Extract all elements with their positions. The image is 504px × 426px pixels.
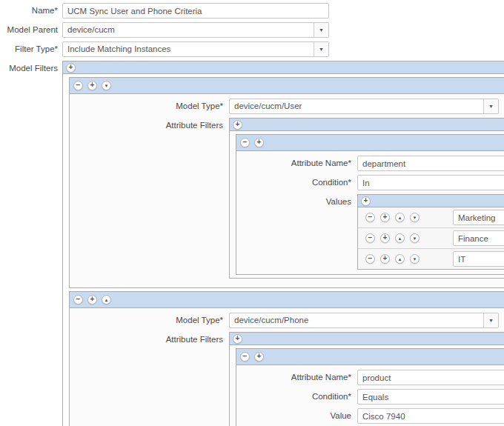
name-input[interactable] [62,3,329,19]
move-value-up-button[interactable]: ▲ [395,213,405,222]
add-value-button[interactable]: + [380,233,390,243]
name-label: Name* [0,3,62,15]
minus-icon: − [243,139,248,146]
values-row: Values + − [236,194,504,270]
plus-icon: + [383,234,388,242]
add-filter-button[interactable]: + [87,295,97,304]
minus-icon: − [76,81,81,89]
model-type-value: device/cucm/Phone [230,313,483,327]
model-type-label: Model Type* [70,313,229,325]
model-filter-criteria-form: Name* Model Parent device/cucm ▼ Filter … [0,0,504,426]
model-filter-panel-user-body: Model Type* device/cucm/User ▼ Attribute… [70,94,504,287]
remove-value-button[interactable]: − [365,254,375,264]
model-parent-label: Model Parent [0,22,62,34]
attribute-filters-add-bar: + [230,119,504,131]
move-value-up-button[interactable]: ▲ [395,254,405,264]
plus-icon: + [383,213,388,221]
add-attribute-filter-button[interactable]: + [233,120,242,130]
add-filter-button[interactable]: + [87,81,97,90]
attribute-name-row: Attribute Name* [236,370,504,385]
model-filter-panel-user: − + ▼ Model Type* device/cucm/User ▼ Att… [69,77,504,288]
plus-icon: + [90,296,95,303]
move-value-down-button[interactable]: ▼ [410,213,420,222]
remove-attribute-filter-button[interactable]: − [240,138,250,147]
add-attribute-filter-button[interactable]: + [254,138,264,147]
model-filter-panel-phone: − + ▲ Model Type* device/cucm/Phone ▼ At… [69,291,504,426]
triangle-down-icon: ▼ [413,216,417,220]
value-row-buttons: − + ▲ ▼ [365,254,420,264]
model-type-row: Model Type* device/cucm/User ▼ [70,99,504,114]
triangle-up-icon: ▲ [105,298,109,302]
condition-input[interactable] [357,389,504,405]
attribute-name-input[interactable] [357,156,504,171]
attribute-name-label: Attribute Name* [236,156,357,167]
chevron-down-icon[interactable]: ▼ [314,42,328,56]
value-row: − + ▲ ▼ [358,248,504,269]
move-up-button[interactable]: ▲ [102,295,111,304]
add-attribute-filter-button[interactable]: + [233,334,242,344]
condition-input[interactable] [357,175,504,190]
attribute-filters-row: Attribute Filters + − + [70,332,504,426]
attribute-name-label: Attribute Name* [236,370,357,382]
triangle-up-icon: ▲ [398,236,402,241]
attribute-filters-container: + − + Attribute Name* [229,332,504,426]
remove-attribute-filter-button[interactable]: − [240,352,250,362]
add-attribute-filter-button[interactable]: + [254,352,264,362]
value-input[interactable] [357,408,504,424]
model-filter-panel-phone-body: Model Type* device/cucm/Phone ▼ Attribut… [70,308,504,426]
value-row: − + ▲ ▼ [358,207,504,227]
plus-icon: + [383,255,388,262]
remove-value-button[interactable]: − [365,213,375,222]
attribute-filter-panel-header: − + [236,135,504,151]
model-filter-panel-user-header: − + ▼ [70,78,504,94]
minus-icon: − [368,213,373,221]
name-row: Name* [0,3,504,19]
attribute-name-row: Attribute Name* [236,156,504,171]
add-value-button[interactable]: + [380,213,390,222]
attribute-filter-panel-body: Attribute Name* Condition* Values [236,151,504,274]
model-filters-add-bar: + [63,61,504,74]
model-filter-panel-phone-header: − + ▲ [70,292,504,308]
chevron-down-icon[interactable]: ▼ [483,313,498,327]
attribute-filters-add-bar: + [230,333,504,345]
plus-icon: + [364,197,368,204]
remove-filter-button[interactable]: − [73,81,83,90]
attribute-filter-panel-department: − + Attribute Name* Conditio [236,134,504,275]
add-value-button[interactable]: + [361,196,371,206]
condition-label: Condition* [236,389,357,401]
model-type-select[interactable]: device/cucm/User ▼ [229,99,499,114]
add-model-filter-button[interactable]: + [66,63,76,73]
values-label: Values [236,194,357,206]
value-input[interactable] [453,251,504,267]
model-type-select[interactable]: device/cucm/Phone ▼ [229,313,499,328]
condition-row: Condition* [236,175,504,190]
move-value-down-button[interactable]: ▼ [410,254,420,264]
filter-type-value: Include Matching Instances [63,42,314,56]
filter-type-label: Filter Type* [0,41,62,53]
model-parent-value: device/cucm [63,23,314,37]
remove-filter-button[interactable]: − [73,295,83,304]
attribute-name-input[interactable] [357,370,504,385]
move-value-down-button[interactable]: ▼ [410,233,420,243]
value-row: − + ▲ ▼ [358,227,504,248]
triangle-down-icon: ▼ [413,236,417,241]
remove-value-button[interactable]: − [365,233,375,243]
value-label: Value [236,408,357,420]
attribute-filter-panel-header: − + [236,349,504,365]
move-down-button[interactable]: ▼ [102,81,111,90]
attribute-filters-row: Attribute Filters + − + [70,118,504,279]
move-value-up-button[interactable]: ▲ [395,233,405,243]
triangle-up-icon: ▲ [398,257,402,262]
chevron-down-icon[interactable]: ▼ [483,99,498,113]
model-parent-select[interactable]: device/cucm ▼ [62,22,329,38]
value-input[interactable] [453,210,504,225]
filter-type-select[interactable]: Include Matching Instances ▼ [62,41,329,57]
model-filters-container: + − + ▼ Model Type* device/cucm/User ▼ [62,61,504,426]
value-row-buttons: − + ▲ ▼ [365,233,420,243]
plus-icon: + [257,353,262,360]
attribute-filter-panel-product: − + Attribute Name* Conditio [236,348,504,426]
value-input[interactable] [453,230,504,246]
add-value-button[interactable]: + [380,254,390,264]
chevron-down-icon[interactable]: ▼ [314,23,328,37]
model-type-label: Model Type* [70,99,229,110]
